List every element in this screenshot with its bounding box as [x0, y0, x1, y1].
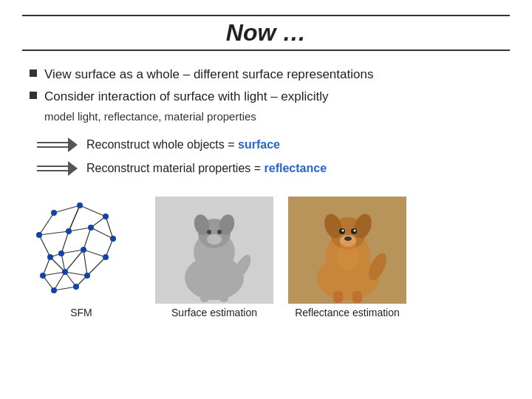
svg-point-57 [207, 234, 222, 245]
svg-line-17 [61, 231, 69, 253]
svg-point-45 [81, 247, 86, 253]
image-box-reflectance [288, 197, 406, 304]
svg-line-11 [39, 235, 50, 257]
arrow-label-1: Reconstruct whole objects = surface [86, 138, 280, 151]
svg-point-40 [66, 228, 72, 234]
svg-line-30 [43, 272, 65, 276]
arrow-row-2: Reconstruct material properties = reflec… [37, 160, 510, 177]
bullet-icon-2 [30, 92, 37, 99]
svg-point-59 [217, 230, 222, 234]
svg-rect-74 [333, 291, 343, 303]
bullet-item-2: Consider interaction of surface with lig… [30, 88, 510, 106]
svg-point-43 [47, 254, 53, 260]
title-top-line [22, 15, 510, 16]
svg-rect-75 [352, 291, 362, 303]
svg-line-26 [65, 250, 83, 272]
image-container-reflectance: Reflectance estimation [288, 197, 406, 318]
image-box-sfm [22, 197, 140, 304]
bullet-item-1: View surface as a whole – different surf… [30, 66, 510, 83]
arrow-icon-2 [37, 160, 78, 177]
image-label-reflectance: Reflectance estimation [295, 307, 400, 318]
svg-rect-5 [37, 167, 68, 170]
svg-line-7 [80, 205, 106, 216]
svg-point-73 [353, 229, 355, 231]
svg-line-13 [69, 205, 80, 231]
image-label-sfm: SFM [70, 307, 92, 318]
svg-point-46 [103, 254, 109, 260]
svg-point-39 [36, 232, 42, 238]
bullets-section: View surface as a whole – different surf… [30, 66, 510, 129]
title-bottom-line [22, 50, 510, 51]
svg-point-36 [51, 210, 57, 216]
svg-line-28 [83, 250, 87, 276]
bullet-icon-1 [30, 69, 37, 77]
svg-rect-60 [200, 289, 209, 302]
arrow-row-1: Reconstruct whole objects = surface [37, 136, 510, 154]
svg-line-19 [61, 250, 83, 253]
svg-line-32 [54, 272, 65, 290]
svg-line-20 [83, 228, 91, 250]
svg-line-23 [43, 257, 50, 276]
svg-rect-61 [219, 289, 228, 302]
arrow-label-2: Reconstruct material properties = reflec… [86, 162, 327, 175]
image-label-surface: Surface estimation [171, 307, 257, 318]
arrow-text-before-1: Reconstruct whole objects = [86, 138, 238, 151]
svg-point-38 [103, 214, 109, 219]
title-area: Now … [22, 15, 510, 51]
bullet-text-2: Consider interaction of surface with lig… [44, 88, 329, 106]
sfm-wireframe-svg [24, 198, 139, 301]
svg-point-37 [77, 202, 83, 208]
svg-line-27 [65, 272, 87, 276]
svg-line-33 [54, 287, 76, 290]
svg-line-22 [106, 239, 113, 257]
svg-marker-1 [68, 137, 78, 152]
svg-line-6 [54, 205, 80, 213]
svg-point-50 [51, 287, 57, 293]
images-section: SFM [22, 197, 510, 318]
svg-point-76 [337, 241, 359, 270]
svg-line-8 [39, 213, 54, 235]
image-container-surface: Surface estimation [155, 197, 273, 318]
svg-point-47 [40, 273, 46, 279]
svg-point-49 [84, 273, 90, 279]
slide: Now … View surface as a whole – differen… [0, 0, 532, 399]
image-container-sfm: SFM [22, 197, 140, 318]
image-box-surface [155, 197, 273, 304]
svg-point-44 [58, 250, 64, 256]
svg-point-48 [62, 269, 68, 275]
svg-point-72 [341, 229, 344, 231]
arrows-section: Reconstruct whole objects = surface Reco… [37, 136, 510, 183]
sub-bullet-text: model light, reflectance, material prope… [44, 110, 510, 123]
svg-point-69 [344, 236, 352, 241]
svg-point-51 [73, 284, 79, 290]
svg-marker-4 [68, 161, 78, 176]
svg-point-58 [207, 230, 211, 234]
arrow-highlight-2: reflectance [265, 162, 327, 174]
bullet-text-1: View surface as a whole – different surf… [44, 66, 373, 83]
arrow-text-before-2: Reconstruct material properties = [86, 162, 265, 174]
arrow-icon-1 [37, 136, 78, 154]
svg-line-29 [87, 257, 106, 276]
svg-point-41 [88, 225, 94, 231]
reflectance-dog-svg [290, 197, 405, 304]
svg-line-21 [83, 250, 106, 257]
surface-dog-svg [157, 197, 272, 304]
svg-rect-2 [37, 143, 68, 146]
slide-title: Now … [22, 19, 510, 47]
arrow-highlight-1: surface [238, 138, 280, 151]
svg-line-14 [69, 228, 91, 231]
svg-line-12 [39, 231, 69, 235]
svg-point-42 [110, 236, 116, 242]
